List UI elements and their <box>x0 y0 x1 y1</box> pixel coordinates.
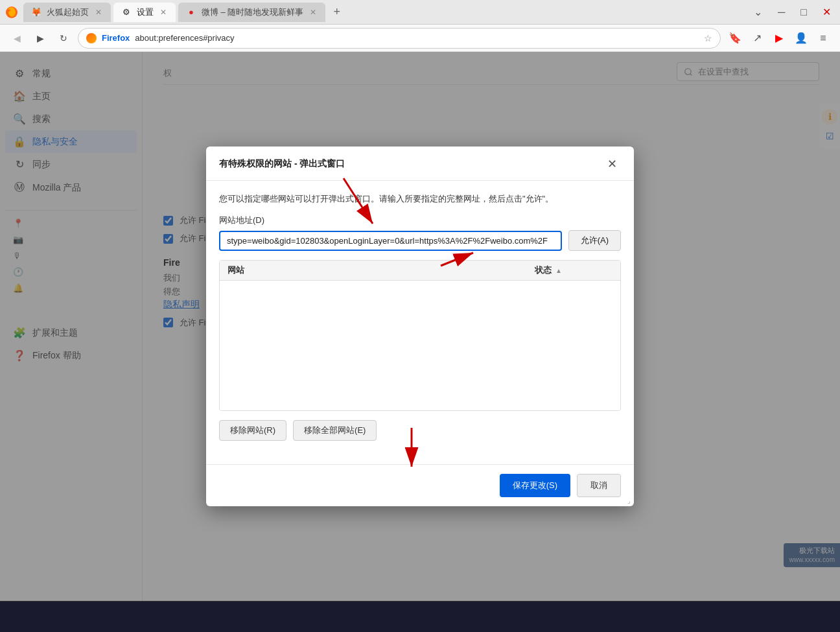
dialog-close-button[interactable]: ✕ <box>603 156 621 172</box>
forward-button[interactable]: ▶ <box>31 29 49 47</box>
dialog-header: 有特殊权限的网站 - 弹出式窗口 ✕ <box>206 146 634 181</box>
main-area: ⚙ 常规 🏠 主页 🔍 搜索 🔒 隐私与安全 ↻ 同步 Ⓜ Mozilla 产 <box>0 52 840 601</box>
sites-table-header: 网站 状态 ▲ <box>220 261 620 281</box>
bookmark-icon[interactable]: ☆ <box>704 33 712 43</box>
tab-settings-close[interactable]: ✕ <box>159 6 168 18</box>
window-minimize-icon[interactable]: ─ <box>774 4 789 21</box>
title-bar: 🦊 火狐起始页 ✕ ⚙ 设置 ✕ ● 微博 – 随时随地发现新鲜事 ✕ + ⌄ … <box>0 0 840 25</box>
menu-icon[interactable]: ≡ <box>814 29 832 47</box>
sites-table-body <box>220 281 620 410</box>
address-text: about:preferences#privacy <box>135 33 699 43</box>
dialog-description: 您可以指定哪些网站可以打开弹出式窗口。请输入所要指定的完整网址，然后点击"允许"… <box>219 193 621 206</box>
pocket-icon[interactable]: 🔖 <box>726 29 744 47</box>
tab-weibo-label: 微博 – 随时随地发现新鲜事 <box>202 6 303 18</box>
modal-overlay: 有特殊权限的网站 - 弹出式窗口 ✕ 您可以指定哪些网站可以打开弹出式窗口。请输… <box>0 52 840 601</box>
remove-site-button[interactable]: 移除网站(R) <box>219 420 286 441</box>
youtube-icon[interactable]: ▶ <box>770 29 788 47</box>
back-button[interactable]: ◀ <box>8 29 26 47</box>
dialog-title: 有特殊权限的网站 - 弹出式窗口 <box>219 158 345 170</box>
new-tab-button[interactable]: + <box>328 3 345 21</box>
col-site-header: 网站 <box>228 264 535 276</box>
window-close-icon[interactable]: ✕ <box>819 3 835 21</box>
taskbar <box>0 601 840 632</box>
address-bar[interactable]: Firefox about:preferences#privacy ☆ <box>78 28 721 49</box>
tab-homepage[interactable]: 🦊 火狐起始页 ✕ <box>23 3 111 22</box>
window-controls: ⌄ ─ □ ✕ <box>750 3 835 21</box>
window-list-icon[interactable]: ⌄ <box>750 3 766 21</box>
share-icon[interactable]: ↗ <box>748 29 766 47</box>
window-maximize-icon[interactable]: □ <box>797 4 811 21</box>
address-prefix: Firefox <box>102 33 130 43</box>
allow-button[interactable]: 允许(A) <box>568 230 621 251</box>
url-input-row: 允许(A) <box>219 230 621 251</box>
url-input[interactable] <box>219 231 562 251</box>
sort-icon[interactable]: ▲ <box>555 267 562 274</box>
tab-settings-icon: ⚙ <box>121 7 132 18</box>
tab-homepage-close[interactable]: ✕ <box>94 6 103 18</box>
tab-settings[interactable]: ⚙ 设置 ✕ <box>113 3 176 22</box>
tab-weibo-close[interactable]: ✕ <box>309 6 318 18</box>
tab-weibo-icon: ● <box>186 7 196 18</box>
account-icon[interactable]: 👤 <box>792 29 810 47</box>
dialog: 有特殊权限的网站 - 弹出式窗口 ✕ 您可以指定哪些网站可以打开弹出式窗口。请输… <box>206 146 634 507</box>
nav-bar: ◀ ▶ ↻ Firefox about:preferences#privacy … <box>0 25 840 52</box>
firefox-brand-icon <box>86 33 97 43</box>
remove-all-button[interactable]: 移除全部网站(E) <box>293 420 377 441</box>
dialog-footer: 保存更改(S) 取消 <box>206 464 634 506</box>
table-actions: 移除网站(R) 移除全部网站(E) <box>219 420 621 441</box>
dialog-url-label: 网站地址(D) <box>219 215 621 226</box>
address-icons: ☆ <box>704 33 712 43</box>
dialog-resize-handle[interactable]: ⌟ <box>625 497 633 505</box>
save-changes-button[interactable]: 保存更改(S) <box>500 474 570 497</box>
tab-weibo[interactable]: ● 微博 – 随时随地发现新鲜事 ✕ <box>178 3 325 22</box>
sites-table: 网站 状态 ▲ <box>219 260 621 411</box>
firefox-logo <box>5 6 18 19</box>
reload-button[interactable]: ↻ <box>54 29 73 47</box>
cancel-button[interactable]: 取消 <box>577 474 621 497</box>
tab-settings-label: 设置 <box>137 6 154 18</box>
tab-homepage-icon: 🦊 <box>31 7 41 18</box>
col-status-header: 状态 ▲ <box>535 264 612 276</box>
nav-right-icons: 🔖 ↗ ▶ 👤 ≡ <box>726 29 832 47</box>
tab-homepage-label: 火狐起始页 <box>47 6 89 18</box>
dialog-body: 您可以指定哪些网站可以打开弹出式窗口。请输入所要指定的完整网址，然后点击"允许"… <box>206 181 634 465</box>
